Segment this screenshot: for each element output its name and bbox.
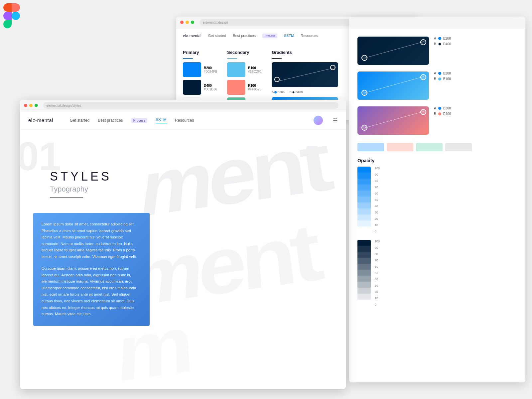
gradient-row-1: A B200 B D400 bbox=[357, 37, 517, 65]
back-primary-title: Primary bbox=[183, 50, 217, 55]
back-nav-best-practices[interactable]: Best practices bbox=[233, 34, 256, 38]
legend-a-dot-3 bbox=[438, 107, 441, 110]
dark-opacity-10 bbox=[357, 294, 371, 300]
back-swatch-box-b200 bbox=[183, 62, 201, 77]
back-logo-text: elə·mental bbox=[183, 34, 201, 38]
main-navbar: elə·mental Get started Best practices Pr… bbox=[20, 111, 346, 130]
dark-opacity-70 bbox=[357, 258, 371, 264]
back-secondary-title: Secondary bbox=[227, 50, 262, 55]
dark-opacity-20 bbox=[357, 288, 371, 294]
legend-a-label-1: A bbox=[434, 37, 436, 40]
chrome-dot-yellow-main bbox=[29, 104, 33, 107]
gradient-row-2: A B200 B B100 bbox=[357, 71, 517, 100]
opacity-swatch-red-light bbox=[387, 143, 413, 151]
nav-process[interactable]: Process bbox=[131, 118, 147, 123]
dark-opacity-label-60: 60 bbox=[375, 265, 380, 268]
dark-opacity-row: 100 90 80 70 60 50 40 30 20 10 0 bbox=[357, 240, 517, 306]
nav-get-started[interactable]: Get started bbox=[70, 118, 89, 123]
opacity-section: Opacity 100 bbox=[357, 158, 517, 306]
back-nav-get-started[interactable]: Get started bbox=[208, 34, 226, 38]
back-swatch-code-b100: #58C2F1 bbox=[248, 70, 262, 73]
dark-opacity-label-80: 80 bbox=[375, 252, 380, 256]
right-panel-content: A B200 B D400 bbox=[349, 28, 525, 321]
opacity-swatch-blue-light bbox=[357, 143, 384, 151]
back-swatch-name-b200: B200 bbox=[204, 66, 217, 70]
chrome-dot-green bbox=[191, 21, 194, 24]
dark-opacity-90 bbox=[357, 246, 371, 252]
opacity-label-40: 40 bbox=[375, 204, 380, 208]
back-nav-resources[interactable]: Resources bbox=[301, 34, 318, 38]
opacity-50-blue bbox=[357, 197, 371, 202]
opacity-swatches-row bbox=[357, 143, 517, 151]
styles-title: STYLES bbox=[50, 170, 329, 184]
gradient-card-3 bbox=[357, 106, 429, 135]
svg-line-2 bbox=[364, 42, 424, 58]
dark-opacity-100 bbox=[357, 240, 371, 246]
opacity-10-blue bbox=[357, 220, 371, 226]
nav-sstm[interactable]: SSTM bbox=[156, 117, 167, 123]
gradient-card-2 bbox=[357, 71, 429, 100]
legend-b-2: B B100 bbox=[434, 77, 451, 81]
address-bar-main: elemental.design/styles bbox=[43, 102, 338, 109]
legend-a-text-3: B200 bbox=[443, 106, 451, 110]
paragraph-1: Lorem ipsum dolor sit amet, consectetur … bbox=[42, 221, 141, 260]
blue-opacity-bar bbox=[357, 167, 371, 233]
back-nav-sstm[interactable]: SSTM bbox=[284, 34, 294, 38]
opacity-swatch-gray-light bbox=[445, 143, 472, 151]
main-browser-window: elemental.design/styles elə·mental Get s… bbox=[20, 100, 346, 389]
paragraph-2: Quisque quam diam, posuere eu metus non,… bbox=[42, 265, 141, 317]
right-panel: A B200 B D400 bbox=[349, 17, 525, 382]
gradient-line-svg-1 bbox=[357, 37, 429, 65]
back-swatch-info-d400: D400 #001B36 bbox=[204, 84, 217, 91]
opacity-20-blue bbox=[357, 214, 371, 220]
opacity-90-blue bbox=[357, 173, 371, 179]
svg-line-3 bbox=[364, 76, 424, 93]
gradient-row-3: A B200 B R100 bbox=[357, 106, 517, 135]
opacity-80-blue bbox=[357, 179, 371, 185]
opacity-label-60: 60 bbox=[375, 192, 380, 195]
legend-a-label-2: A bbox=[434, 71, 436, 75]
legend-a-dot-1 bbox=[438, 37, 441, 40]
gradient-dot-a-3 bbox=[361, 125, 367, 131]
svg-line-0 bbox=[277, 67, 335, 81]
gradient-3-legend: A B200 B R100 bbox=[434, 106, 451, 116]
svg-line-4 bbox=[364, 111, 424, 128]
dark-opacity-label-100: 100 bbox=[375, 240, 380, 243]
back-swatch-info-r100: R100 #FF8576 bbox=[248, 84, 261, 91]
chrome-dot-yellow bbox=[186, 21, 189, 24]
back-nav-process[interactable]: Process bbox=[262, 34, 277, 38]
opacity-label-50: 50 bbox=[375, 198, 380, 201]
nav-resources[interactable]: Resources bbox=[175, 118, 194, 123]
back-swatch-name-r100: R100 bbox=[248, 84, 261, 87]
legend-a-label-3: A bbox=[434, 106, 436, 110]
dark-opacity-0 bbox=[357, 300, 371, 306]
gradient-line-svg-3 bbox=[357, 106, 429, 135]
back-swatch-info-b100: B100 #58C2F1 bbox=[248, 66, 262, 73]
back-legend-a1: A B200 bbox=[272, 90, 285, 94]
dark-opacity-80 bbox=[357, 252, 371, 258]
nav-best-practices[interactable]: Best practices bbox=[98, 118, 123, 123]
nav-menu-icon[interactable]: ☰ bbox=[333, 117, 337, 124]
legend-b-label-1: B bbox=[434, 42, 436, 46]
dark-opacity-label-0: 0 bbox=[375, 303, 380, 306]
dark-opacity-label-70: 70 bbox=[375, 259, 380, 262]
dark-opacity-label-40: 40 bbox=[375, 278, 380, 281]
back-swatch-box-b100 bbox=[227, 62, 245, 77]
back-gradients-title: Gradients bbox=[272, 50, 338, 55]
dark-opacity-40 bbox=[357, 276, 371, 282]
back-swatch-box-r100 bbox=[227, 80, 245, 95]
opacity-0-blue bbox=[357, 226, 371, 232]
back-gradient-1 bbox=[272, 62, 338, 87]
opacity-label-0: 0 bbox=[375, 230, 380, 233]
main-logo-text: elə·mental bbox=[28, 117, 53, 123]
legend-a-3: A B200 bbox=[434, 106, 451, 110]
back-swatch-d400: D400 #001B36 bbox=[183, 80, 217, 95]
legend-b-3: B R100 bbox=[434, 112, 451, 116]
legend-b-1: B D400 bbox=[434, 42, 451, 46]
gradient-dot-b-1 bbox=[420, 39, 426, 45]
opacity-label-90: 90 bbox=[375, 173, 380, 176]
chrome-dot-red-main bbox=[24, 104, 27, 107]
back-nav-links: Get started Best practices Process SSTM … bbox=[208, 34, 318, 38]
back-swatch-code-b200: #0084F8 bbox=[204, 70, 217, 73]
gradient-line-svg-2 bbox=[357, 71, 429, 100]
